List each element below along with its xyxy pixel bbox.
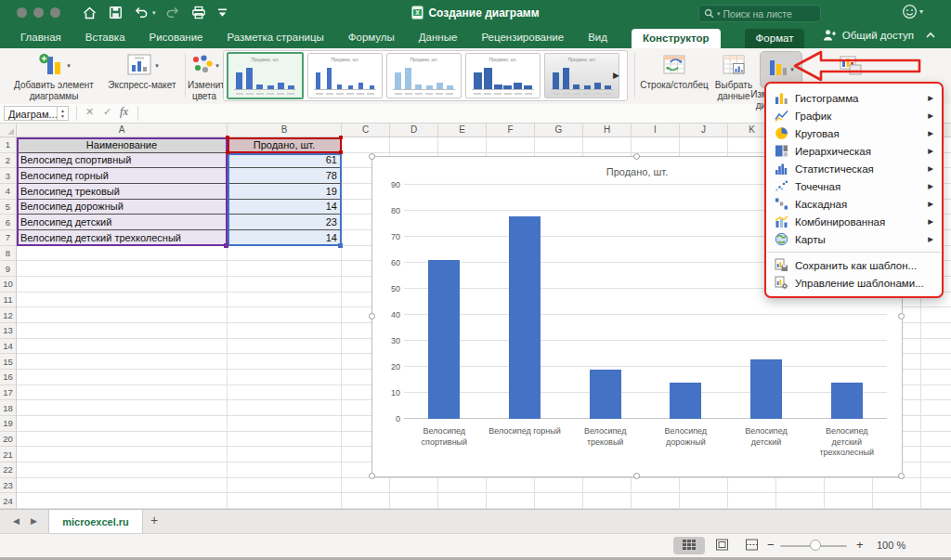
chart-selection-handle[interactable]: [369, 473, 375, 479]
search-scope-caret-icon[interactable]: ▾: [717, 10, 721, 18]
chart-style-thumbnail-2[interactable]: Продано, шт.: [307, 53, 383, 98]
zoom-level[interactable]: 100 %: [877, 540, 905, 551]
chart-bar[interactable]: [831, 383, 863, 419]
search-input[interactable]: ▾ Поиск на листе: [698, 5, 821, 22]
table-cell[interactable]: Велосипед горный: [17, 168, 228, 184]
row-header-8[interactable]: 8: [0, 246, 16, 262]
page-layout-view-button[interactable]: [708, 537, 736, 554]
chart-selection-handle[interactable]: [633, 473, 640, 479]
switch-row-column-button[interactable]: Строка/столбец: [637, 52, 711, 91]
menu-item[interactable]: Каскадная▶: [766, 195, 942, 213]
tab-Разметка страницы[interactable]: Разметка страницы: [227, 32, 323, 43]
confirm-entry-icon[interactable]: ✓: [103, 106, 111, 118]
tab-Формулы[interactable]: Формулы: [348, 32, 395, 43]
row-header-16[interactable]: 16: [0, 370, 16, 385]
row-header-23[interactable]: 23: [0, 478, 16, 494]
chart-selection-handle[interactable]: [369, 153, 375, 160]
menu-item[interactable]: Управление шаблонами...: [766, 274, 942, 292]
chart-bar[interactable]: [428, 260, 460, 419]
sheet-nav-right-icon[interactable]: ▶: [31, 516, 37, 526]
chart-style-thumbnail-5[interactable]: Продано, шт.: [544, 53, 619, 98]
column-header-E[interactable]: E: [438, 124, 487, 137]
print-icon[interactable]: [191, 6, 206, 20]
tab-Вставка[interactable]: Вставка: [85, 32, 125, 43]
row-header-22[interactable]: 22: [0, 462, 16, 478]
chart-selection-handle[interactable]: [369, 313, 375, 319]
table-cell[interactable]: Велосипед дорожный: [17, 200, 228, 215]
gallery-more-arrow-icon[interactable]: ▶: [613, 71, 619, 80]
menu-item[interactable]: Статистическая▶: [766, 160, 942, 177]
table-cell[interactable]: Велосипед детский трехколесный: [17, 230, 228, 246]
column-header-C[interactable]: C: [342, 124, 390, 137]
menu-item[interactable]: Комбинированная▶: [766, 213, 942, 230]
zoom-out-button[interactable]: −: [767, 538, 775, 552]
page-break-view-button[interactable]: [737, 537, 765, 554]
chart-style-thumbnail-4[interactable]: Продано, шт.: [465, 53, 541, 98]
menu-item[interactable]: Точечная▶: [766, 177, 942, 195]
add-chart-element-button[interactable]: ▾ Добавить элемент диаграммы: [6, 52, 102, 102]
home-icon[interactable]: [82, 6, 98, 20]
row-header-11[interactable]: 11: [0, 293, 16, 308]
zoom-window-button[interactable]: [50, 7, 60, 18]
row-header-14[interactable]: 14: [0, 339, 16, 355]
name-box-stepper[interactable]: ▲▼: [57, 106, 69, 121]
add-sheet-button[interactable]: +: [150, 513, 158, 527]
sheet-nav-left-icon[interactable]: ◀: [13, 516, 20, 526]
column-header-D[interactable]: D: [390, 124, 438, 137]
table-header-name[interactable]: Наименование: [17, 137, 228, 153]
table-cell[interactable]: 14: [228, 230, 342, 246]
insert-function-icon[interactable]: fx: [120, 105, 128, 119]
tab-Формат[interactable]: Формат: [745, 29, 805, 48]
tab-Данные[interactable]: Данные: [419, 32, 458, 43]
row-header-10[interactable]: 10: [0, 277, 16, 293]
chart-selection-handle[interactable]: [633, 153, 640, 160]
chart-selection-handle[interactable]: [898, 313, 905, 319]
column-header-J[interactable]: J: [680, 124, 728, 137]
table-cell[interactable]: 78: [228, 168, 342, 184]
cancel-entry-icon[interactable]: ✕: [85, 106, 94, 118]
row-header-21[interactable]: 21: [0, 447, 16, 462]
name-box[interactable]: Диаграм...: [4, 106, 58, 121]
column-header-G[interactable]: G: [535, 124, 583, 137]
tab-Вид[interactable]: Вид: [588, 32, 607, 43]
menu-item[interactable]: Карты▶: [766, 230, 942, 248]
sheet-tab-active[interactable]: microexcel.ru: [48, 510, 143, 533]
column-header-F[interactable]: F: [487, 124, 535, 137]
row-header-1[interactable]: 1: [0, 137, 16, 153]
row-header-19[interactable]: 19: [0, 416, 16, 432]
close-window-button[interactable]: [17, 7, 27, 18]
table-cell[interactable]: 14: [228, 200, 342, 215]
column-header-I[interactable]: I: [632, 124, 680, 137]
chart-style-thumbnail-3[interactable]: Продано, шт.: [386, 53, 462, 98]
normal-view-button[interactable]: [673, 537, 705, 554]
column-header-A[interactable]: A: [17, 124, 228, 137]
table-cell[interactable]: 19: [228, 184, 342, 200]
change-colors-button[interactable]: ▾ Изменить цвета: [188, 52, 221, 102]
table-cell[interactable]: 61: [228, 153, 342, 169]
share-button[interactable]: Общий доступ: [822, 29, 936, 41]
tab-Рецензирование[interactable]: Рецензирование: [481, 32, 564, 43]
menu-item[interactable]: График▶: [766, 107, 942, 124]
table-cell[interactable]: Велосипед детский: [17, 215, 228, 230]
tab-Конструктор[interactable]: Конструктор: [632, 29, 721, 48]
table-cell[interactable]: Велосипед трековый: [17, 184, 228, 200]
row-header-3[interactable]: 3: [0, 168, 16, 184]
tab-Рисование[interactable]: Рисование: [150, 32, 203, 43]
chart-style-thumbnail-1[interactable]: Продано, шт.: [227, 52, 304, 99]
menu-item[interactable]: Гистограмма▶: [766, 89, 942, 107]
undo-icon[interactable]: [134, 6, 149, 20]
undo-caret-icon[interactable]: ▾: [152, 9, 156, 17]
row-header-20[interactable]: 20: [0, 432, 16, 448]
select-all-corner[interactable]: [0, 124, 17, 137]
zoom-slider-thumb[interactable]: [810, 540, 821, 551]
menu-item[interactable]: Сохранить как шаблон...: [766, 256, 942, 274]
chart-bar[interactable]: [670, 383, 701, 419]
table-cell[interactable]: Велосипед спортивный: [17, 153, 228, 169]
row-header-7[interactable]: 7: [0, 230, 16, 246]
row-header-9[interactable]: 9: [0, 261, 16, 277]
chart-selection-handle[interactable]: [898, 473, 905, 479]
row-header-6[interactable]: 6: [0, 215, 16, 230]
row-header-18[interactable]: 18: [0, 400, 16, 416]
redo-icon[interactable]: [165, 6, 180, 20]
menu-item[interactable]: Иерархическая▶: [766, 142, 942, 160]
